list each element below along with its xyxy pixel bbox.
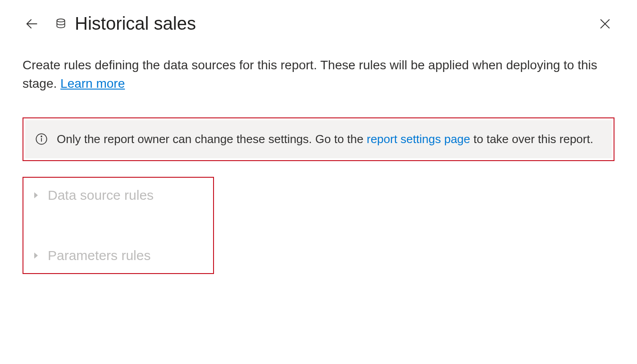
info-text-after: to take over this report.	[473, 132, 593, 146]
header-left: Historical sales	[23, 13, 196, 34]
data-source-rules-label: Data source rules	[48, 188, 154, 203]
parameters-rules-label: Parameters rules	[48, 248, 150, 263]
rules-highlight: Data source rules Parameters rules	[23, 177, 214, 274]
caret-right-icon	[32, 252, 40, 259]
page-title: Historical sales	[75, 13, 196, 34]
title-group: Historical sales	[55, 13, 196, 34]
database-icon	[55, 18, 67, 30]
info-banner: Only the report owner can change these s…	[25, 120, 612, 158]
back-button[interactable]	[23, 14, 41, 33]
data-source-rules-section: Data source rules	[32, 188, 204, 203]
svg-point-6	[41, 136, 42, 137]
arrow-left-icon	[24, 16, 40, 31]
svg-point-1	[57, 19, 64, 22]
info-banner-highlight: Only the report owner can change these s…	[23, 117, 614, 161]
close-button[interactable]	[596, 14, 614, 33]
learn-more-link[interactable]: Learn more	[60, 76, 125, 90]
report-settings-link[interactable]: report settings page	[367, 132, 470, 146]
close-icon	[597, 16, 613, 31]
description-text: Create rules defining the data sources f…	[23, 56, 614, 93]
info-icon	[35, 133, 48, 145]
parameters-rules-section: Parameters rules	[32, 248, 204, 263]
caret-right-icon	[32, 192, 40, 199]
info-text-before: Only the report owner can change these s…	[57, 132, 367, 146]
info-text: Only the report owner can change these s…	[57, 131, 593, 147]
header: Historical sales	[23, 13, 614, 34]
